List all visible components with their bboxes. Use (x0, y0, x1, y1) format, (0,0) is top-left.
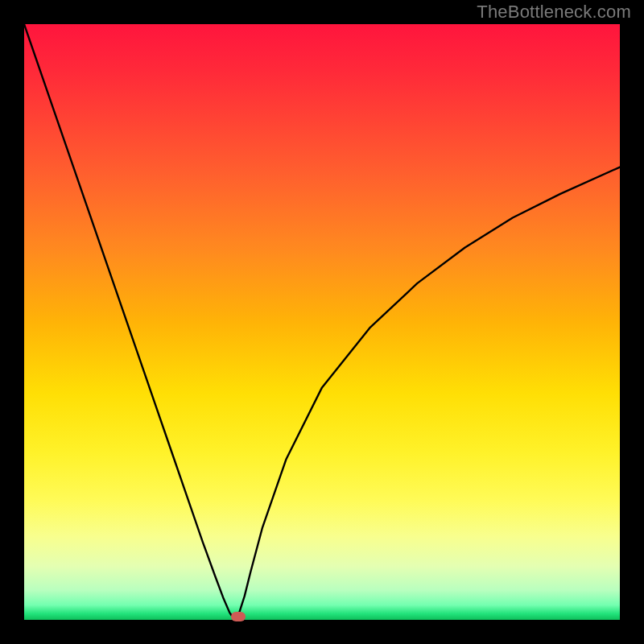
chart-frame: TheBottleneck.com (0, 0, 644, 644)
bottleneck-curve (24, 24, 620, 619)
curve-svg (24, 24, 620, 620)
optimum-marker (231, 612, 246, 621)
watermark-text: TheBottleneck.com (477, 2, 631, 23)
plot-area (24, 24, 620, 620)
